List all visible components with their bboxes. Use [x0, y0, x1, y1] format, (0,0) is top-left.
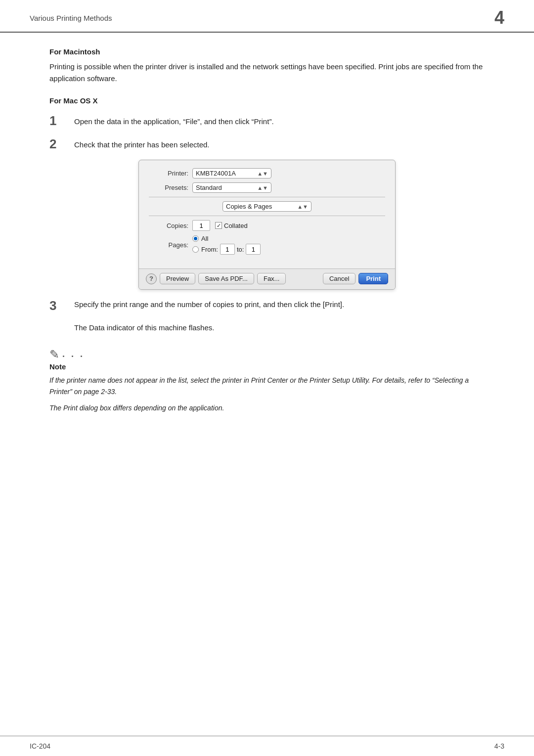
- presets-arrow-icon: ▲▼: [257, 185, 268, 191]
- pages-row: Pages: All From: to:: [149, 235, 385, 255]
- pages-to-input[interactable]: [246, 244, 261, 255]
- step-3: 3 Specify the print range and the number…: [49, 299, 485, 313]
- pages-from-label: From:: [201, 246, 218, 253]
- chapter-number: 4: [494, 9, 504, 27]
- copies-pages-select[interactable]: Copies & Pages ▲▼: [222, 201, 312, 212]
- presets-row: Presets: Standard ▲▼: [149, 182, 385, 193]
- collated-label: Collated: [224, 222, 248, 229]
- step-2: 2 Check that the printer has been select…: [49, 137, 485, 151]
- collated-checkbox[interactable]: ✓: [215, 222, 222, 229]
- presets-value: Standard: [196, 184, 222, 191]
- step-1-text: Open the data in the application, “File”…: [74, 114, 274, 128]
- collated-checkbox-area: ✓ Collated: [215, 222, 248, 229]
- note-heading: Note: [49, 362, 485, 371]
- radio-filled-dot: [194, 237, 197, 240]
- page-footer: IC-204 4-3: [0, 736, 534, 756]
- footer-code: IC-204: [30, 742, 50, 750]
- presets-label: Presets:: [149, 184, 188, 191]
- divider-2: [149, 216, 385, 216]
- page: Various Printing Methods 4 For Macintosh…: [0, 0, 534, 756]
- copies-input[interactable]: [192, 220, 210, 231]
- printer-label: Printer:: [149, 170, 188, 177]
- cancel-button[interactable]: Cancel: [323, 273, 356, 284]
- pages-label: Pages:: [149, 241, 188, 249]
- help-button[interactable]: ?: [146, 273, 157, 284]
- step-2-text: Check that the printer has been selected…: [74, 137, 210, 151]
- page-header: Various Printing Methods 4: [0, 0, 534, 33]
- fax-button[interactable]: Fax...: [257, 273, 286, 284]
- main-content: For Macintosh Printing is possible when …: [0, 33, 534, 439]
- subsection-heading: For Mac OS X: [49, 96, 485, 105]
- footer-page: 4-3: [494, 742, 504, 750]
- pages-from-row: From: to:: [192, 244, 261, 255]
- copies-label: Copies:: [149, 222, 188, 229]
- section-heading: For Macintosh: [49, 47, 485, 56]
- intro-text: Printing is possible when the printer dr…: [49, 61, 485, 85]
- note-dots: . . .: [62, 349, 85, 359]
- spacer: [149, 259, 385, 264]
- step-3-text: Specify the print range and the number o…: [74, 298, 344, 309]
- presets-select[interactable]: Standard ▲▼: [192, 182, 271, 193]
- step-1-number: 1: [49, 114, 74, 128]
- printer-row: Printer: KMBT24001A ▲▼: [149, 168, 385, 178]
- note-icon-row: ✎ . . .: [49, 348, 485, 361]
- note-text-2: The Print dialog box differs depending o…: [49, 402, 485, 414]
- note-text-1: If the printer name does not appear in t…: [49, 375, 485, 398]
- pages-all-row: All: [192, 235, 261, 242]
- printer-select[interactable]: KMBT24001A ▲▼: [192, 168, 271, 178]
- footer-right: Cancel Print: [323, 273, 388, 284]
- pages-from-radio[interactable]: [192, 246, 199, 253]
- dialog-body: Printer: KMBT24001A ▲▼ Presets: Standard…: [139, 160, 395, 268]
- divider-1: [149, 197, 385, 197]
- note-pencil-icon: ✎: [49, 348, 59, 361]
- printer-arrow-icon: ▲▼: [257, 171, 268, 177]
- copies-pages-row: Copies & Pages ▲▼: [149, 201, 385, 212]
- footer-left: ? Preview Save As PDF... Fax...: [146, 273, 286, 284]
- step-3-content: Specify the print range and the number o…: [74, 299, 344, 311]
- pages-from-input[interactable]: [220, 244, 235, 255]
- pages-to-label: to:: [237, 246, 244, 253]
- step-3-number: 3: [49, 299, 74, 313]
- copies-pages-arrow-icon: ▲▼: [297, 204, 308, 210]
- step-3-subtext: The Data indicator of this machine flash…: [74, 322, 485, 334]
- step-2-number: 2: [49, 137, 74, 151]
- print-button[interactable]: Print: [358, 273, 388, 284]
- preview-button[interactable]: Preview: [160, 273, 195, 284]
- copies-pages-value: Copies & Pages: [226, 203, 272, 210]
- step-1: 1 Open the data in the application, “Fil…: [49, 114, 485, 128]
- copies-row: Copies: ✓ Collated: [149, 220, 385, 231]
- pages-all-radio[interactable]: [192, 235, 199, 242]
- pages-all-label: All: [201, 235, 208, 242]
- print-dialog: Printer: KMBT24001A ▲▼ Presets: Standard…: [138, 160, 396, 290]
- note-block: ✎ . . . Note If the printer name does no…: [49, 348, 485, 414]
- pages-radio-group: All From: to:: [192, 235, 261, 255]
- save-pdf-button[interactable]: Save As PDF...: [198, 273, 254, 284]
- dialog-footer: ? Preview Save As PDF... Fax... Cancel P…: [139, 268, 395, 289]
- printer-value: KMBT24001A: [196, 170, 236, 177]
- header-title: Various Printing Methods: [30, 14, 112, 22]
